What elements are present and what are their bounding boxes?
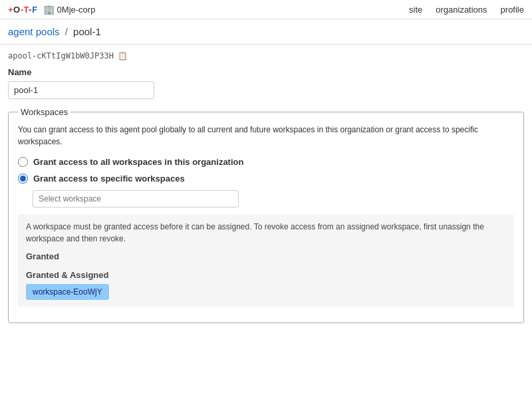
radio-specific-label: Grant access to specific workspaces [33,174,185,184]
pool-id-text: apool-cKTtIgW1bW0JP33H [8,51,114,61]
breadcrumb-separator: / [65,26,68,37]
radio-specific-workspaces[interactable]: Grant access to specific workspaces [18,174,514,184]
radio-all-label: Grant access to all workspaces in this o… [33,157,243,167]
radio-all-workspaces[interactable]: Grant access to all workspaces in this o… [18,157,514,167]
grant-info-box: A workspace must be granted access befor… [18,214,514,307]
nav-profile[interactable]: profile [501,5,524,15]
workspace-badge[interactable]: workspace-EooWjY [26,284,109,300]
grant-info-text: A workspace must be granted access befor… [26,221,506,245]
name-label: Name [8,67,524,77]
nav-site[interactable]: site [409,5,422,15]
granted-assigned-label: Granted & Assigned [26,269,506,282]
name-input[interactable] [8,81,154,99]
radio-specific-input[interactable] [18,174,28,184]
copy-icon[interactable]: 📋 [118,51,128,61]
name-section: Name [0,67,532,107]
logo-f: F [32,5,37,15]
topbar: +O-T-F 🏢 0Mje-corp site organizations pr… [0,0,532,19]
nav-organizations[interactable]: organizations [436,5,487,15]
org-name: 0Mje-corp [57,5,96,15]
pool-id-row: apool-cKTtIgW1bW0JP33H 📋 [0,51,532,67]
top-nav: site organizations profile [409,5,524,15]
org-icon: 🏢 [43,4,55,15]
logo-o: O [13,5,21,15]
granted-label: Granted [26,250,506,263]
breadcrumb-parent[interactable]: agent pools [8,26,60,37]
workspaces-info-text: You can grant access to this agent pool … [18,124,514,148]
workspaces-legend: Workspaces [18,107,70,117]
org-selector[interactable]: 🏢 0Mje-corp [43,4,96,15]
logo: +O-T-F [8,5,38,15]
workspaces-fieldset: Workspaces You can grant access to this … [8,107,524,323]
select-workspace-input[interactable] [33,190,239,207]
radio-all-input[interactable] [18,157,28,167]
logo-plus: + [8,5,13,15]
breadcrumb-current: pool-1 [73,26,101,37]
breadcrumb: agent pools / pool-1 [0,19,532,41]
divider [0,44,532,45]
